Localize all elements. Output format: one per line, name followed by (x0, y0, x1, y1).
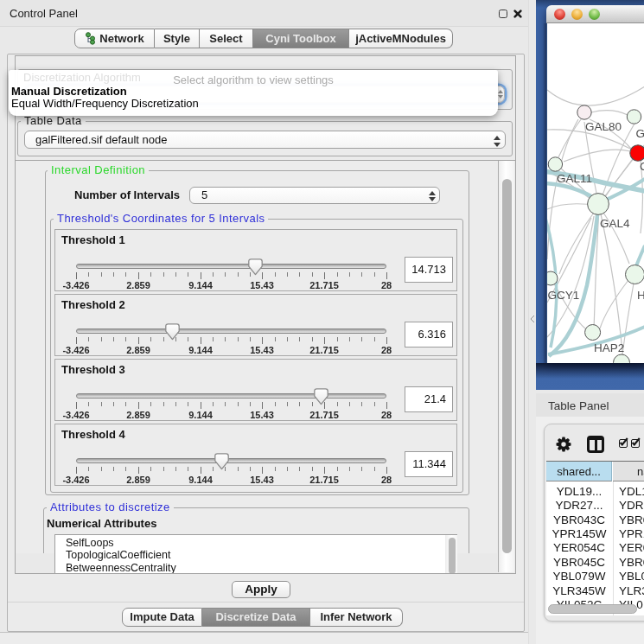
svg-text:GCY1: GCY1 (548, 289, 580, 302)
svg-text:HAP2: HAP2 (594, 341, 624, 354)
svg-text:GA: GA (636, 127, 644, 140)
svg-text:C: C (640, 160, 644, 173)
svg-text:HI: HI (637, 289, 644, 302)
svg-text:GAL4: GAL4 (600, 217, 630, 230)
svg-text:GAL80: GAL80 (585, 120, 622, 133)
svg-text:GAL11: GAL11 (557, 172, 592, 185)
